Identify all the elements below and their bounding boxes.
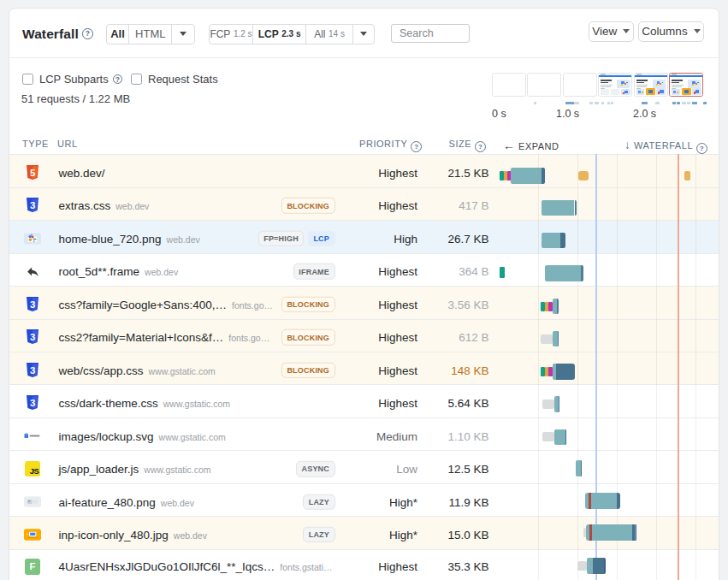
svg-text:3: 3 (30, 332, 35, 342)
svg-text:3: 3 (30, 398, 35, 408)
svg-text:3: 3 (30, 299, 35, 310)
svg-text:3: 3 (30, 365, 35, 376)
svg-text:3: 3 (30, 200, 35, 210)
svg-text:5: 5 (30, 168, 36, 178)
